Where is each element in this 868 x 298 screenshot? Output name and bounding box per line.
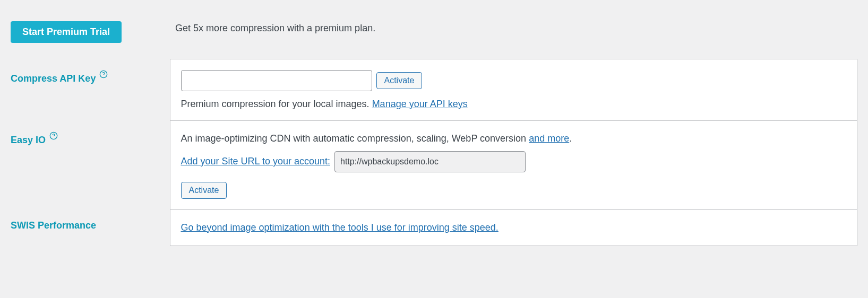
add-site-url-link[interactable]: Add your Site URL to your account: [181, 154, 330, 169]
help-icon[interactable] [99, 69, 108, 79]
row-premium-trial: Start Premium Trial Get 5x more compress… [11, 11, 857, 59]
compress-api-key-label: Compress API Key [11, 73, 96, 84]
site-url-input[interactable] [334, 151, 526, 172]
easyio-activate-button[interactable]: Activate [181, 182, 227, 199]
start-premium-trial-button[interactable]: Start Premium Trial [11, 21, 122, 43]
swis-link[interactable]: Go beyond image optimization with the to… [181, 222, 499, 233]
easy-io-label: Easy IO [11, 135, 46, 145]
compress-description: Premium compression for your local image… [181, 99, 372, 109]
easyio-description-prefix: An image-optimizing CDN with automatic c… [181, 133, 529, 144]
settings-table: Start Premium Trial Get 5x more compress… [11, 11, 857, 246]
manage-api-keys-link[interactable]: Manage your API keys [372, 99, 468, 109]
easyio-and-more-link[interactable]: and more [529, 133, 569, 144]
row-swis-performance: SWIS Performance Go beyond image optimiz… [11, 209, 857, 246]
help-icon[interactable] [49, 131, 58, 141]
row-easy-io: Easy IO An image-optimizing CDN with aut… [11, 120, 857, 209]
compress-activate-button[interactable]: Activate [376, 72, 423, 89]
premium-description: Get 5x more compression with a premium p… [175, 23, 375, 33]
row-compress-api-key: Compress API Key Activate Premium compre… [11, 59, 857, 120]
easyio-description-suffix: . [569, 133, 572, 144]
compress-api-key-input[interactable] [181, 70, 372, 91]
swis-performance-label: SWIS Performance [11, 220, 96, 231]
